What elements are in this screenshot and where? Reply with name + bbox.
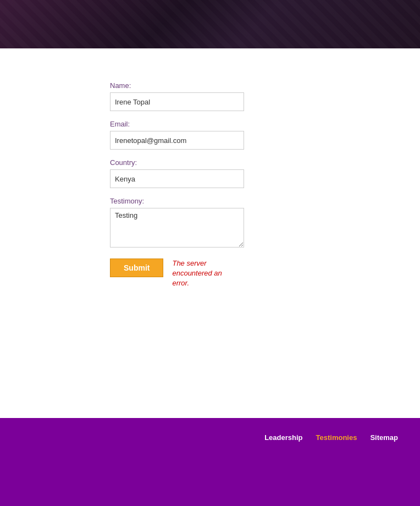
email-group: Email:: [110, 120, 420, 150]
country-input[interactable]: [110, 169, 244, 188]
email-label: Email:: [110, 120, 420, 128]
country-group: Country:: [110, 158, 420, 188]
footer-link-sitemap[interactable]: Sitemap: [370, 433, 398, 442]
hero-banner: [0, 0, 420, 48]
footer-link-leadership[interactable]: Leadership: [264, 433, 302, 442]
name-label: Name:: [110, 81, 420, 90]
name-group: Name:: [110, 81, 420, 111]
name-input[interactable]: [110, 92, 244, 111]
footer-link-testimonies[interactable]: Testimonies: [316, 433, 357, 442]
testimony-label: Testimony:: [110, 197, 420, 205]
submit-button[interactable]: Submit: [110, 258, 163, 277]
footer-nav: Leadership Testimonies Sitemap: [264, 433, 398, 442]
error-message: The server encountered an error.: [172, 258, 238, 289]
submit-row: Submit The server encountered an error.: [110, 258, 420, 289]
testimony-textarea[interactable]: Testing: [110, 208, 244, 248]
testimony-group: Testimony: Testing: [110, 197, 420, 250]
email-input[interactable]: [110, 131, 244, 150]
footer: Leadership Testimonies Sitemap: [0, 418, 420, 506]
country-label: Country:: [110, 158, 420, 167]
main-content: Name: Email: Country: Testimony: Testing…: [0, 48, 420, 418]
